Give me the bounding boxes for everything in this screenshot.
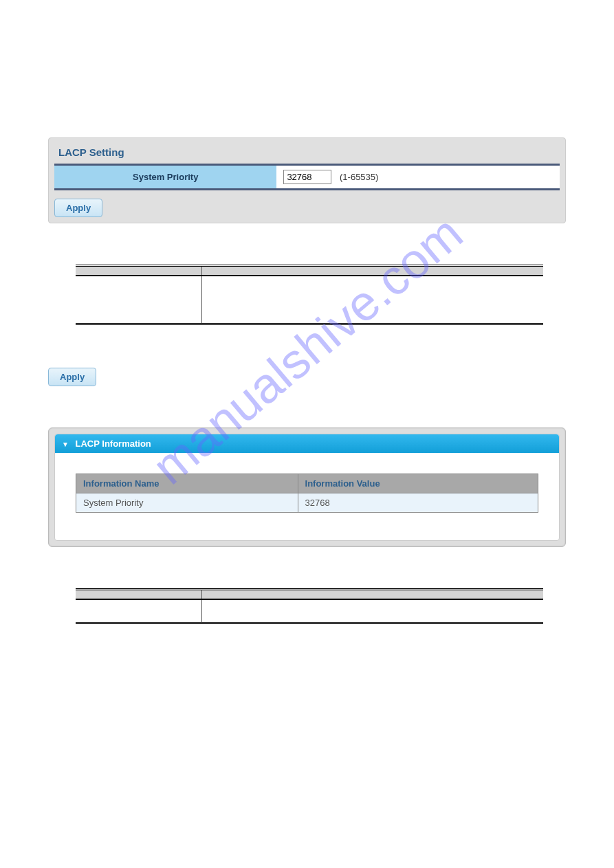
system-priority-input[interactable] xyxy=(283,170,331,184)
info-row-value: 32768 xyxy=(298,493,538,512)
lacp-info-body: Information Name Information Value Syste… xyxy=(55,453,559,540)
apply-button-standalone[interactable]: Apply xyxy=(48,368,96,386)
apply-button-panel[interactable]: Apply xyxy=(54,199,102,217)
lacp-info-panel-inner: ▼ LACP Information Information Name Info… xyxy=(54,434,560,541)
lacp-setting-title: LACP Setting xyxy=(54,144,560,161)
info-header-value: Information Value xyxy=(298,474,538,493)
table-row: System Priority 32768 xyxy=(76,493,538,512)
desc2-header-description xyxy=(202,589,543,599)
lacp-setting-panel: LACP Setting System Priority (1-65535) A… xyxy=(48,137,566,223)
desc2-cell-object xyxy=(76,599,202,623)
lacp-info-panel-outer: ▼ LACP Information Information Name Info… xyxy=(48,427,566,547)
lacp-info-title: LACP Information xyxy=(76,438,151,449)
lacp-setting-table: System Priority (1-65535) xyxy=(54,164,560,190)
desc2-cell-description xyxy=(202,599,543,623)
lacp-info-table: Information Name Information Value Syste… xyxy=(76,474,538,513)
description-table-2 xyxy=(76,588,543,625)
desc1-cell-description xyxy=(202,276,543,324)
desc1-cell-object xyxy=(76,276,202,324)
desc2-header-object xyxy=(76,589,202,599)
chevron-down-icon: ▼ xyxy=(62,441,69,448)
system-priority-range: (1-65535) xyxy=(340,172,378,182)
system-priority-value-cell: (1-65535) xyxy=(276,165,560,190)
desc1-header-description xyxy=(202,266,543,276)
description-table-1 xyxy=(76,265,543,325)
desc1-header-object xyxy=(76,266,202,276)
info-header-name: Information Name xyxy=(76,474,298,493)
lacp-info-header[interactable]: ▼ LACP Information xyxy=(55,434,559,453)
info-row-name: System Priority xyxy=(76,493,298,512)
system-priority-label: System Priority xyxy=(54,165,276,190)
